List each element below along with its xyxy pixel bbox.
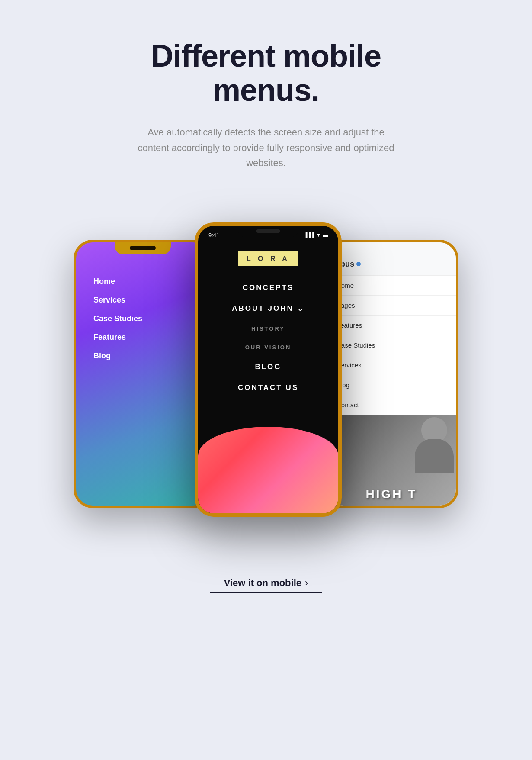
- center-nav-blog: BLOG: [255, 363, 281, 371]
- status-icons: ▐▐▐ ▼ ▬: [304, 232, 328, 238]
- right-nav: Home Pages Features Case Studies Service…: [327, 276, 456, 415]
- opus-dot-icon: [356, 262, 361, 266]
- center-nav-contact: CONTACT US: [238, 383, 298, 392]
- phone-right: opus Home Pages Features Case Studies Se…: [324, 240, 458, 508]
- right-nav-pages: Pages: [327, 296, 456, 316]
- right-photo: HIGH T: [327, 415, 456, 506]
- center-nav-history: HISTORY: [251, 325, 285, 332]
- signal-icon: ▐▐▐: [304, 232, 314, 238]
- page-wrapper: Different mobile menus. Ave automaticall…: [0, 0, 532, 760]
- left-nav-case-studies: Case Studies: [93, 314, 209, 323]
- view-mobile-link[interactable]: View it on mobile ›: [224, 577, 308, 589]
- speaker-center: [256, 229, 280, 233]
- chevron-right-icon: ›: [305, 577, 308, 589]
- left-nav-features: Features: [93, 333, 209, 342]
- header-section: Different mobile menus. Ave automaticall…: [71, 0, 461, 196]
- phone-left: Home Services Case Studies Features Blog: [74, 240, 212, 508]
- right-nav-home: Home: [327, 276, 456, 296]
- cta-underline: [210, 592, 322, 593]
- center-logo: L O R A: [238, 251, 298, 266]
- phones-section: Home Services Case Studies Features Blog…: [0, 196, 532, 551]
- phone-center: 9:41 ▐▐▐ ▼ ▬ L O R A CONCEPTS ABOUT JOHN…: [195, 222, 342, 517]
- left-nav-services: Services: [93, 296, 209, 305]
- center-nav-vision: OUR VISION: [245, 344, 292, 351]
- left-nav: Home Services Case Studies Features Blog: [93, 277, 209, 361]
- right-nav-blog: Blog: [327, 375, 456, 395]
- left-nav-blog: Blog: [93, 351, 209, 361]
- right-photo-text: HIGH T: [366, 487, 417, 506]
- notch-left: [130, 246, 156, 250]
- wave-decoration: [198, 427, 338, 513]
- right-nav-case-studies: Case Studies: [327, 335, 456, 355]
- person-body: [415, 439, 454, 473]
- page-title: Different mobile menus.: [136, 39, 396, 107]
- center-nav: CONCEPTS ABOUT JOHN ⌄ HISTORY OUR VISION…: [198, 283, 338, 392]
- status-time: 9:41: [208, 232, 219, 238]
- right-nav-services: Services: [327, 355, 456, 375]
- center-nav-about: ABOUT JOHN ⌄: [232, 304, 304, 313]
- right-nav-features: Features: [327, 316, 456, 335]
- right-nav-contact: Contact: [327, 395, 456, 415]
- cta-label: View it on mobile: [224, 577, 301, 589]
- page-subtitle: Ave automatically detects the screen siz…: [136, 125, 396, 171]
- right-header: opus: [327, 242, 456, 276]
- wifi-icon: ▼: [316, 232, 321, 238]
- center-nav-concepts: CONCEPTS: [243, 283, 294, 292]
- dropdown-arrow-icon: ⌄: [297, 304, 304, 313]
- battery-icon: ▬: [323, 232, 328, 238]
- cta-section: View it on mobile ›: [210, 551, 322, 628]
- left-nav-home: Home: [93, 277, 209, 286]
